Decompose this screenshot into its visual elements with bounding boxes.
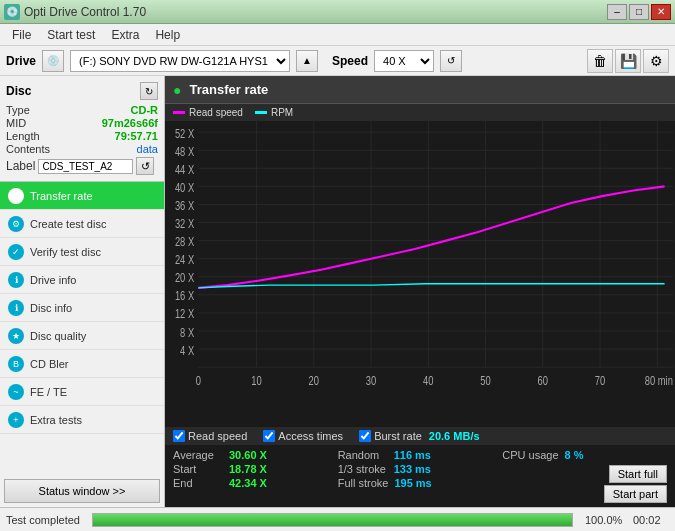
stat-full-stroke: Full stroke 195 ms [338,477,503,489]
type-value: CD-R [131,104,159,116]
speed-refresh-btn[interactable]: ↺ [440,50,462,72]
minimize-button[interactable]: – [607,4,627,20]
extra-icon[interactable]: ⚙ [643,49,669,73]
eject-button[interactable]: ▲ [296,50,318,72]
burst-rate-checkbox[interactable] [359,430,371,442]
stroke13-label: 1/3 stroke [338,463,388,475]
chart-header: ● Transfer rate [165,76,675,104]
nav-item-disc-quality[interactable]: ★ Disc quality [0,322,164,350]
status-text: Test completed [6,514,80,526]
access-times-cb-label: Access times [278,430,343,442]
nav-item-verify-test-disc[interactable]: ✓ Verify test disc [0,238,164,266]
progress-bar [93,514,572,526]
nav-item-create-test-disc[interactable]: ⚙ Create test disc [0,210,164,238]
nav-item-cd-bler[interactable]: B CD Bler [0,350,164,378]
nav-items: ● Transfer rate ⚙ Create test disc ✓ Ver… [0,182,164,475]
legend-read-speed-color [173,111,185,114]
label-refresh-btn[interactable]: ↺ [136,157,154,175]
svg-text:8 X: 8 X [180,325,195,339]
svg-text:36 X: 36 X [175,199,195,213]
start-part-button[interactable]: Start part [604,485,667,503]
svg-text:40 X: 40 X [175,181,195,195]
create-test-disc-icon: ⚙ [8,216,24,232]
svg-text:20 X: 20 X [175,271,195,285]
drive-icon-btn[interactable]: 💿 [42,50,64,72]
speed-select[interactable]: 40 X [374,50,434,72]
svg-text:32 X: 32 X [175,217,195,231]
label-key: Label [6,159,35,173]
access-times-checkbox[interactable] [263,430,275,442]
close-button[interactable]: ✕ [651,4,671,20]
menu-start-test[interactable]: Start test [39,26,103,44]
svg-text:60: 60 [538,374,548,388]
random-value: 116 ms [394,449,444,461]
chart-svg: 52 X 48 X 44 X 40 X 36 X 32 X 28 X 24 X … [165,121,675,427]
svg-text:52 X: 52 X [175,126,195,140]
stat-cpu: CPU usage 8 % [502,449,667,461]
statusbar: Test completed 100.0% 00:02 [0,507,675,531]
drive-select[interactable]: (F:) SONY DVD RW DW-G121A HYS1 [70,50,290,72]
full-stroke-label: Full stroke [338,477,389,489]
nav-item-drive-info[interactable]: ℹ Drive info [0,266,164,294]
read-speed-checkbox[interactable] [173,430,185,442]
nav-item-disc-info[interactable]: ℹ Disc info [0,294,164,322]
svg-text:0: 0 [196,374,201,388]
burst-rate-value: 20.6 MB/s [429,430,480,442]
mid-label: MID [6,117,26,129]
mid-value: 97m26s66f [102,117,158,129]
nav-item-extra-tests[interactable]: + Extra tests [0,406,164,434]
nav-item-fe-te[interactable]: ~ FE / TE [0,378,164,406]
titlebar: 💿 Opti Drive Control 1.70 – □ ✕ [0,0,675,24]
stats-checkbox-bar: Read speed Access times Burst rate 20.6 … [165,427,675,445]
contents-label: Contents [6,143,50,155]
drive-info-icon: ℹ [8,272,24,288]
stat-end: End 42.34 X [173,477,338,489]
nav-label-extra-tests: Extra tests [30,414,82,426]
main-content: Disc ↻ Type CD-R MID 97m26s66f Length 79… [0,76,675,507]
status-window-button[interactable]: Status window >> [4,479,160,503]
start-full-button[interactable]: Start full [609,465,667,483]
burst-rate-cb-label: Burst rate [374,430,422,442]
nav-label-verify-test-disc: Verify test disc [30,246,101,258]
legend-read-speed-label: Read speed [189,107,243,118]
average-label: Average [173,449,223,461]
chart-icon: ● [173,82,181,98]
svg-text:16 X: 16 X [175,289,195,303]
drivebar: Drive 💿 (F:) SONY DVD RW DW-G121A HYS1 ▲… [0,46,675,76]
disc-title: Disc [6,84,31,98]
erase-icon[interactable]: 🗑 [587,49,613,73]
end-value: 42.34 X [229,477,279,489]
access-times-checkbox-group: Access times [263,430,343,442]
average-value: 30.60 X [229,449,279,461]
maximize-button[interactable]: □ [629,4,649,20]
menu-file[interactable]: File [4,26,39,44]
stat-average: Average 30.60 X [173,449,338,461]
type-label: Type [6,104,30,116]
verify-test-disc-icon: ✓ [8,244,24,260]
svg-text:30: 30 [366,374,376,388]
read-speed-checkbox-group: Read speed [173,430,247,442]
nav-label-create-test-disc: Create test disc [30,218,106,230]
disc-refresh-button[interactable]: ↻ [140,82,158,100]
length-value: 79:57.71 [115,130,158,142]
label-input[interactable] [38,159,133,174]
chart-svg-container: 52 X 48 X 44 X 40 X 36 X 32 X 28 X 24 X … [165,121,675,427]
start-value: 18.78 X [229,463,279,475]
nav-item-transfer-rate[interactable]: ● Transfer rate [0,182,164,210]
disc-quality-icon: ★ [8,328,24,344]
stats-col-1: Average 30.60 X Start 18.78 X End 42.34 … [173,449,338,503]
save-icon[interactable]: 💾 [615,49,641,73]
disc-panel: Disc ↻ Type CD-R MID 97m26s66f Length 79… [0,76,164,182]
legend-rpm: RPM [255,107,293,118]
menu-help[interactable]: Help [147,26,188,44]
elapsed-time: 00:02 [633,514,669,526]
menu-extra[interactable]: Extra [103,26,147,44]
svg-text:24 X: 24 X [175,253,195,267]
length-label: Length [6,130,40,142]
end-label: End [173,477,223,489]
nav-label-fe-te: FE / TE [30,386,67,398]
stat-stroke13: 1/3 stroke 133 ms [338,463,503,475]
svg-text:44 X: 44 X [175,163,195,177]
legend-read-speed: Read speed [173,107,243,118]
stroke13-value: 133 ms [394,463,444,475]
